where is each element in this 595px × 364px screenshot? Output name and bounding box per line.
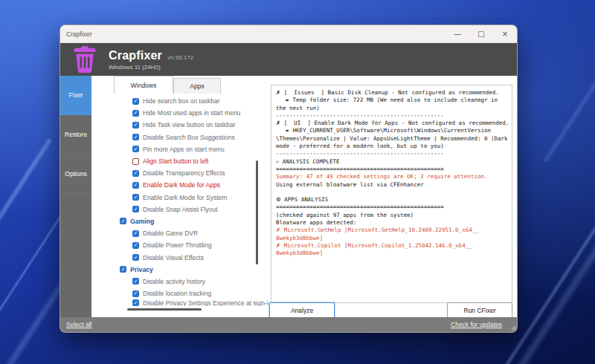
sidebar-item-options[interactable]: Options bbox=[60, 155, 91, 194]
checklist-label: Disable Transparency Effects bbox=[143, 169, 225, 177]
console-line: ► Temp folder size: 722 MB (We need also… bbox=[276, 97, 507, 104]
run-cfixer-button[interactable]: Run CFixer bbox=[447, 302, 512, 319]
checklist-row[interactable]: ✓Disable Privacy Settings Experience at … bbox=[91, 299, 268, 306]
checkbox-checked[interactable]: ✓ bbox=[132, 230, 139, 237]
checkbox-checked[interactable]: ✓ bbox=[132, 134, 139, 140]
minimize-button[interactable]: — bbox=[446, 25, 469, 42]
close-button[interactable]: × bbox=[493, 25, 517, 42]
console-line: ✗ Microsoft.GetHelp [Microsoft.GetHelp_1… bbox=[276, 227, 507, 234]
checklist-label: Enable Dark Mode for Apps bbox=[143, 181, 220, 189]
tab-windows[interactable]: Windows bbox=[114, 76, 173, 94]
checkbox-checked[interactable]: ✓ bbox=[132, 290, 139, 297]
checkbox-checked[interactable]: ✓ bbox=[120, 266, 126, 273]
status-bar: Select all Check for updates ◢ bbox=[60, 317, 517, 332]
window-body: FixerRestoreOptions Windows Apps ✓Hide s… bbox=[60, 76, 517, 317]
console-line bbox=[276, 189, 507, 196]
vertical-scrollbar[interactable] bbox=[256, 160, 258, 264]
window-controls: — □ × bbox=[446, 25, 517, 42]
sidebar-item-restore[interactable]: Restore bbox=[60, 115, 91, 155]
checklist-label: Disable Power Throttling bbox=[143, 241, 211, 249]
os-label: Windows 11 (24H2) bbox=[109, 64, 193, 71]
checkbox-checked[interactable]: ✓ bbox=[132, 182, 139, 189]
console-line: ► HKEY_CURRENT_USER\Software\Microsoft\W… bbox=[276, 127, 507, 134]
checklist-label: Gaming bbox=[130, 218, 154, 225]
checklist-row[interactable]: ✓Hide Most used apps in start menu bbox=[91, 107, 268, 119]
maximize-button[interactable]: □ bbox=[469, 25, 493, 42]
checklist-label: Disable Privacy Settings Experience at s… bbox=[143, 299, 268, 306]
checklist-label: Pin more Apps on start menu bbox=[143, 146, 225, 153]
console-line: 8wekyb3d8bbwe] bbox=[276, 250, 507, 257]
checkbox-checked[interactable]: ✓ bbox=[132, 146, 139, 152]
window-titlebar: Crapfixer — □ × bbox=[60, 25, 517, 43]
wallpaper-streak bbox=[542, 0, 595, 163]
checkbox-checked[interactable]: ✓ bbox=[132, 194, 139, 201]
console-line: ----------------------------------------… bbox=[276, 112, 507, 120]
checklist-row[interactable]: ✓Hide search box on taskbar bbox=[91, 95, 268, 107]
console-line: (checked against 97 apps from the system… bbox=[276, 212, 507, 219]
checklist-row[interactable]: ✓Disable Power Throttling bbox=[91, 239, 268, 251]
content-panel: Windows Apps ✓Hide search box on taskbar… bbox=[91, 76, 517, 317]
crapfixer-window: Crapfixer — □ × Crapfixer v0.56.172 Wind… bbox=[60, 25, 518, 333]
checklist-label: Disable location tracking bbox=[143, 290, 211, 297]
checklist-label: Disable Game DVR bbox=[143, 230, 198, 237]
console-line: ----------------------------------------… bbox=[276, 150, 507, 157]
analyze-button[interactable]: Analyze bbox=[269, 302, 335, 319]
checkbox-checked[interactable]: ✓ bbox=[132, 299, 139, 306]
checklist-row[interactable]: ✓Hide Task view button on taskbar bbox=[91, 119, 268, 131]
checklist-row[interactable]: ✓Enable Dark Mode for Apps bbox=[91, 179, 268, 191]
checklist-row[interactable]: ✓Enable Dark Mode for System bbox=[91, 192, 268, 204]
checklist-row[interactable]: ✓Pin more Apps on start menu bbox=[91, 143, 268, 155]
checklist-row[interactable]: ✓Privacy bbox=[91, 264, 268, 276]
app-header: Crapfixer v0.56.172 Windows 11 (24H2) bbox=[60, 43, 517, 76]
checklist-label: Disable Visual Effects bbox=[143, 254, 204, 261]
checklist-label: Hide Task view button on taskbar bbox=[143, 121, 236, 129]
checklist-label: Hide Most used apps in start menu bbox=[143, 109, 240, 117]
checklist-row[interactable]: ✓Disable activity history bbox=[91, 276, 268, 287]
console-line: Summary: 47 of 49 checked settings are O… bbox=[276, 173, 507, 181]
select-all-link[interactable]: Select all bbox=[66, 321, 92, 328]
console-line: ✗ [ Issues ] Basic Disk Cleanup - Not co… bbox=[276, 89, 507, 97]
checklist-label: Disable Snap Assist Flyout bbox=[143, 206, 218, 213]
sidebar-item-fixer[interactable]: Fixer bbox=[60, 76, 91, 115]
wallpaper-streak bbox=[0, 137, 54, 354]
gear-icon: ⚙ bbox=[276, 196, 281, 203]
check-for-updates-link[interactable]: Check for updates bbox=[451, 321, 502, 328]
checkbox-checked[interactable]: ✓ bbox=[132, 254, 139, 261]
horizontal-scrollbar[interactable] bbox=[127, 308, 202, 311]
checklist-label: Privacy bbox=[130, 266, 153, 273]
checklist-row[interactable]: ✓Disable Game DVR bbox=[91, 227, 268, 239]
checklist-row[interactable]: Align Start button to left bbox=[91, 155, 268, 167]
checkbox-checked[interactable]: ✓ bbox=[132, 278, 139, 285]
header-text: Crapfixer v0.56.172 Windows 11 (24H2) bbox=[109, 49, 193, 71]
app-title: Crapfixer bbox=[109, 49, 162, 62]
checklist-label: Hide search box on taskbar bbox=[143, 97, 219, 105]
checklist-row[interactable]: ✓Disable Visual Effects bbox=[91, 251, 268, 263]
console-line: the next run) bbox=[276, 105, 507, 112]
window-title: Crapfixer bbox=[60, 30, 446, 38]
console-line: ========================================… bbox=[276, 204, 507, 211]
tab-apps[interactable]: Apps bbox=[173, 78, 221, 94]
checkbox-unchecked[interactable] bbox=[132, 158, 139, 165]
checklist-row[interactable]: ✓Disable Search Box Suggestions bbox=[91, 131, 268, 143]
checklist-row[interactable]: ✓Disable Transparency Effects bbox=[91, 167, 268, 179]
app-version: v0.56.172 bbox=[167, 54, 193, 61]
checkbox-checked[interactable]: ✓ bbox=[132, 110, 139, 117]
checklist-label: Enable Dark Mode for System bbox=[143, 194, 227, 201]
checkbox-checked[interactable]: ✓ bbox=[120, 218, 126, 224]
checkbox-checked[interactable]: ✓ bbox=[132, 170, 139, 177]
magnifier-icon: ⌕ bbox=[276, 158, 279, 165]
console-line: Using external bloatware list via CFEnha… bbox=[276, 181, 507, 189]
checkbox-checked[interactable]: ✓ bbox=[132, 206, 139, 212]
checkbox-checked[interactable]: ✓ bbox=[132, 98, 139, 105]
checkbox-checked[interactable]: ✓ bbox=[132, 242, 139, 249]
console-line: ✗ Microsoft.Copilot [Microsoft.Copilot_1… bbox=[276, 242, 507, 250]
checklist-label: Align Start button to left bbox=[143, 157, 208, 165]
checklist-row[interactable]: ✓Disable Snap Assist Flyout bbox=[91, 204, 268, 215]
console-line: 8wekyb3d8bbwe] bbox=[276, 235, 507, 242]
console-line: ⚙ APPS ANALYSIS bbox=[276, 196, 507, 204]
checkbox-checked[interactable]: ✓ bbox=[132, 122, 139, 129]
console-line: ⌕ ANALYSIS COMPLETE bbox=[276, 158, 507, 166]
resize-grip-icon[interactable]: ◢ bbox=[511, 325, 515, 331]
checklist-row[interactable]: ✓Disable location tracking bbox=[91, 287, 268, 299]
checklist-row[interactable]: ✓Gaming bbox=[91, 215, 268, 227]
